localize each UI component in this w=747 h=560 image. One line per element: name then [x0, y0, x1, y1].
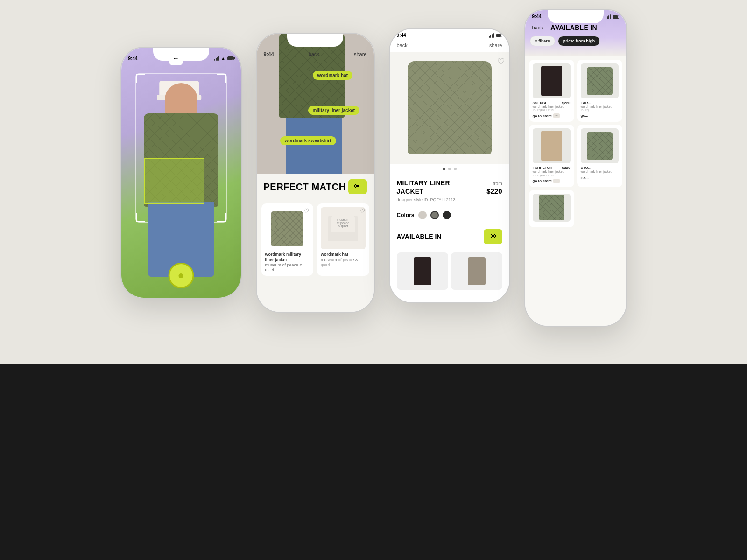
- sto-jacket-image: [587, 132, 613, 160]
- dot-2: [448, 168, 451, 170]
- phone2-top-image: wordmark hat military liner jacket wordm…: [257, 34, 374, 174]
- far-product: wordmark liner jacket: [581, 105, 619, 109]
- back-arrow-icon: ←: [173, 55, 179, 62]
- heart-icon-hat[interactable]: ♡: [359, 207, 366, 215]
- wifi-icon: ▲: [221, 56, 226, 61]
- store-card-ssense: SSENSE $220 wordmark liner jacket ID: PQ…: [529, 60, 574, 122]
- far-id: ID: PQ...: [581, 109, 619, 112]
- ssense-go-label: go to store: [533, 114, 552, 118]
- product-style-id: designer style ID: PQFALL2113: [397, 197, 502, 202]
- phone4-back[interactable]: back: [532, 25, 543, 30]
- far-go-label: go...: [581, 113, 588, 118]
- tag-hat: wordmark hat: [313, 71, 353, 80]
- farfetch-product: wordmark liner jacket: [533, 170, 571, 174]
- phone4-battery: [613, 15, 619, 19]
- store-person-1: [414, 257, 431, 285]
- phone3-notch: [422, 29, 478, 42]
- store-row-2: FARFETCH $220 wordmark liner jacket ID: …: [529, 125, 622, 187]
- camera-shutter-button[interactable]: [168, 263, 194, 288]
- far-card-image: [581, 63, 619, 98]
- dot-3: [454, 168, 457, 170]
- hat-card-image: museumof peace& quiet: [321, 207, 366, 249]
- product-card-hat: ♡ museumof peace& quiet wordmark hat mus…: [317, 203, 369, 276]
- store-person-2: [468, 257, 486, 285]
- product-main-jacket-image: [408, 61, 492, 154]
- phone1-status-icons: ▲: [214, 56, 234, 61]
- heart-icon-jacket[interactable]: ♡: [303, 207, 310, 215]
- camera-person: [121, 66, 241, 279]
- product-title-row: MILITARY LINER JACKET from $220: [397, 179, 502, 196]
- phone-camera: 9:44 ← ▲: [120, 47, 242, 299]
- phone4-time: 9:44: [532, 14, 542, 19]
- from-label: from: [493, 181, 502, 186]
- phone2-share[interactable]: share: [354, 51, 367, 57]
- sto-product: wordmark liner jacket: [581, 170, 619, 174]
- color-swatch-black[interactable]: [443, 211, 451, 219]
- phone1-time: 9:44: [128, 56, 138, 61]
- ssense-person-image: [541, 66, 562, 96]
- store-card-farfetch: FARFETCH $220 wordmark liner jacket ID: …: [529, 125, 574, 187]
- tag-sweatshirt: wordmark sweatshirt: [280, 136, 336, 145]
- far-go-to-store[interactable]: go...: [581, 113, 619, 118]
- filter-row: ≡ filters price: from high: [525, 33, 626, 49]
- product-info: MILITARY LINER JACKET from $220 designer…: [390, 174, 509, 224]
- hat-logo-text: museumof peace& quiet: [337, 218, 349, 228]
- farfetch-go-to-store[interactable]: go to store →: [533, 179, 571, 183]
- sto-go-label: Go...: [581, 176, 589, 180]
- available-eye-button[interactable]: 👁: [484, 229, 502, 244]
- phone4-notch: [548, 10, 604, 23]
- product-main-jacket-pattern: [408, 61, 492, 154]
- filters-button[interactable]: ≡ filters: [530, 36, 555, 46]
- far-store-name: FAR...: [581, 101, 592, 105]
- color-swatch-beige[interactable]: [418, 211, 427, 219]
- store-previews: [390, 249, 509, 294]
- dot-indicators: [390, 164, 509, 174]
- far-jacket-image: [587, 67, 613, 95]
- tag-jacket: military liner jacket: [308, 106, 360, 115]
- product-price: $220: [486, 187, 502, 195]
- color-swatch-grey[interactable]: [430, 211, 439, 219]
- phone3-back[interactable]: back: [397, 42, 408, 48]
- jacket-product-brand: museum of peace & quiet: [265, 263, 310, 272]
- sto-card-image: [581, 128, 619, 163]
- phone2-nav: 9:44 back share: [257, 48, 374, 61]
- available-in-bar: AVAILABLE IN 👁: [390, 224, 509, 249]
- perfect-match-bar: PERFECT MATCH 👁: [257, 174, 374, 200]
- phone4-status-icons: [606, 14, 619, 19]
- heart-icon-detail[interactable]: ♡: [497, 56, 505, 67]
- phone2-notch: [287, 34, 343, 47]
- ssense-go-to-store[interactable]: go to store →: [533, 113, 571, 118]
- phone1-content: 9:44 ← ▲: [121, 48, 241, 298]
- battery-icon: [227, 56, 234, 60]
- phone3-content: 9:44 back share: [390, 29, 509, 302]
- product-title: MILITARY LINER JACKET: [397, 179, 476, 196]
- store-preview-1: [397, 252, 448, 290]
- available-in-label: AVAILABLE IN: [397, 233, 442, 240]
- store-row-1: SSENSE $220 wordmark liner jacket ID: PQ…: [529, 60, 622, 122]
- farfetch-person-image: [541, 131, 562, 161]
- product-grid: ♡ wordmark military liner jacket museum …: [257, 200, 374, 280]
- p2-jeans: [286, 118, 342, 174]
- store-card-sto-partial: STO... wordmark liner jacket Go...: [577, 125, 622, 187]
- store-preview-2: [451, 252, 502, 290]
- price-filter-button[interactable]: price: from high: [558, 36, 600, 46]
- farfetch-store-name: FARFETCH: [533, 166, 553, 170]
- phone3-share[interactable]: share: [489, 42, 502, 48]
- phone1-back-button[interactable]: ←: [169, 51, 183, 65]
- farfetch-price: $220: [562, 166, 571, 170]
- jacket-card-image: [265, 207, 310, 249]
- eye-button[interactable]: 👁: [348, 179, 367, 194]
- store-card-far-partial: FAR... wordmark liner jacket ID: PQ... g…: [577, 60, 622, 122]
- colors-label: Colors: [397, 212, 415, 218]
- product-price-area: from $220: [476, 179, 502, 196]
- farfetch-go-label: go to store: [533, 179, 552, 183]
- product-card-jacket: ♡ wordmark military liner jacket museum …: [261, 203, 314, 276]
- phone2-back[interactable]: back: [309, 51, 319, 57]
- bottom-jacket-image: [539, 195, 564, 220]
- sto-go-to-store[interactable]: Go...: [581, 176, 619, 180]
- shutter-inner: [179, 273, 183, 278]
- ssense-id: ID: PQFALL2113: [533, 109, 571, 112]
- phone3-signal: [489, 33, 494, 38]
- jacket-thumbnail: [271, 211, 303, 246]
- store-list: SSENSE $220 wordmark liner jacket ID: PQ…: [525, 56, 626, 234]
